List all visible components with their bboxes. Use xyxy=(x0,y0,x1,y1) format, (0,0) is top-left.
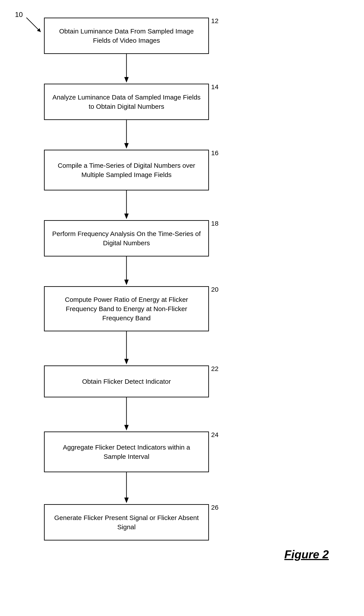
step-label-22: 22 xyxy=(211,365,214,372)
arrow-18-20-icon xyxy=(122,257,131,286)
arrow-12-14-icon xyxy=(122,54,131,84)
box-24-text: Aggregate Flicker Detect Indicators with… xyxy=(51,443,202,461)
step-label-14: 14 xyxy=(211,83,214,91)
step-label-26: 26 xyxy=(211,504,214,511)
svg-marker-13 xyxy=(124,425,129,430)
box-20-text: Compute Power Ratio of Energy at Flicker… xyxy=(51,295,202,323)
box-22-text: Obtain Flicker Detect Indicator xyxy=(82,377,171,386)
box-18-text: Perform Frequency Analysis On the Time-S… xyxy=(51,229,202,248)
arrow-22-24-icon xyxy=(122,397,131,432)
svg-marker-9 xyxy=(124,280,129,285)
step-label-16: 16 xyxy=(211,149,214,157)
step-label-24: 24 xyxy=(211,431,214,438)
box-18: Perform Frequency Analysis On the Time-S… xyxy=(44,220,209,257)
box-16-text: Compile a Time-Series of Digital Numbers… xyxy=(51,161,202,179)
step-label-12: 12 xyxy=(211,17,214,25)
arrow-16-18-icon xyxy=(122,191,131,220)
svg-marker-5 xyxy=(124,143,129,149)
arrow-14-16-icon xyxy=(122,120,131,150)
box-14-text: Analyze Luminance Data of Sampled Image … xyxy=(51,93,202,111)
diagram-label-10: 10 xyxy=(15,11,23,19)
arrow-10-icon xyxy=(24,15,44,35)
arrow-24-26-icon xyxy=(122,472,131,504)
box-12-text: Obtain Luminance Data From Sampled Image… xyxy=(51,27,202,45)
svg-marker-11 xyxy=(124,359,129,364)
box-20: Compute Power Ratio of Energy at Flicker… xyxy=(44,286,209,331)
box-14: Analyze Luminance Data of Sampled Image … xyxy=(44,84,209,120)
box-16: Compile a Time-Series of Digital Numbers… xyxy=(44,150,209,191)
arrow-20-22-icon xyxy=(122,331,131,366)
svg-marker-3 xyxy=(124,77,129,82)
box-26-text: Generate Flicker Present Signal or Flick… xyxy=(51,513,202,532)
svg-marker-15 xyxy=(124,498,129,503)
box-22: Obtain Flicker Detect Indicator xyxy=(44,366,209,397)
box-12: Obtain Luminance Data From Sampled Image… xyxy=(44,18,209,54)
step-label-18: 18 xyxy=(211,220,214,227)
box-24: Aggregate Flicker Detect Indicators with… xyxy=(44,432,209,472)
diagram-container: 10 Obtain Luminance Data From Sampled Im… xyxy=(0,0,364,616)
figure-label: Figure 2 xyxy=(284,548,329,561)
step-label-20: 20 xyxy=(211,286,214,293)
svg-marker-7 xyxy=(124,214,129,219)
box-26: Generate Flicker Present Signal or Flick… xyxy=(44,504,209,540)
